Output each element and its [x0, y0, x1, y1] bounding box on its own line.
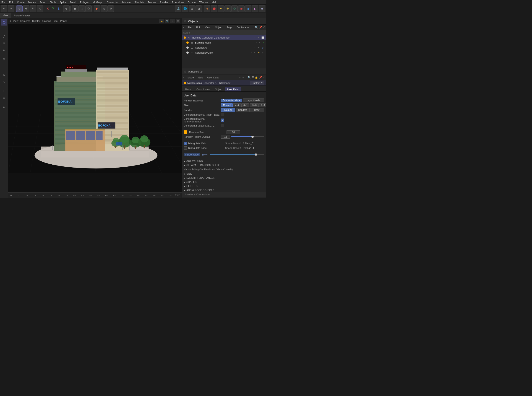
attr-nav-expand[interactable]: ⤢: [263, 76, 265, 79]
size-btn-8x8[interactable]: 8x8: [259, 103, 266, 107]
size-btn-12x6[interactable]: 12x6: [250, 103, 259, 107]
menu-edit[interactable]: Edit: [9, 1, 14, 4]
sidebar-object-mode[interactable]: ⬡: [1, 19, 7, 26]
obj-ctrl-check-1[interactable]: ✓: [253, 36, 256, 39]
attr-nav-forward[interactable]: →: [242, 76, 245, 79]
menu-modes[interactable]: Modes: [28, 1, 36, 4]
viewport-menu-cameras[interactable]: Cameras: [20, 20, 30, 22]
size-btn-4x4[interactable]: 4x4: [233, 103, 241, 107]
obj-ctrl-green-2[interactable]: ✓: [262, 41, 264, 44]
attr-nav-mode[interactable]: Mode: [186, 76, 195, 79]
sidebar-scale-tool[interactable]: ⤡: [1, 78, 7, 85]
objects-nav-menu-icon[interactable]: ≡: [183, 26, 184, 29]
viewport-menu-options[interactable]: Options: [42, 20, 51, 22]
random-btn-random[interactable]: Random: [236, 108, 250, 112]
inside-value-slider-handle[interactable]: [255, 153, 257, 156]
triangulate-main-checkbox[interactable]: ✓: [184, 142, 187, 145]
ads-roof-section[interactable]: ▶ ADS & ROOF OBJECTS: [182, 188, 266, 192]
timeline-tick-75[interactable]: 75: [126, 194, 134, 197]
timeline-tick-20[interactable]: 20: [39, 194, 47, 197]
menu-spline[interactable]: Spline: [59, 1, 67, 4]
menu-select[interactable]: Select: [39, 1, 47, 4]
attr-nav-menu-icon[interactable]: ≡: [183, 76, 184, 79]
grid-button[interactable]: ⊞: [189, 6, 195, 12]
obj-ctrl-check-2[interactable]: ✓: [254, 41, 258, 44]
snapping-button[interactable]: ⚓: [175, 6, 181, 12]
sidebar-edge-mode[interactable]: ╱: [1, 33, 7, 39]
axis-z-button[interactable]: Z: [56, 6, 61, 11]
redo-button[interactable]: ↪: [8, 6, 14, 12]
attr-tab-basic[interactable]: Basic: [183, 87, 194, 91]
render-region-button[interactable]: ◎: [100, 6, 107, 12]
timeline-tick-10[interactable]: 10: [23, 194, 30, 197]
tab-picture-viewer[interactable]: Picture Viewer: [11, 13, 33, 18]
objects-nav-object[interactable]: Object: [213, 26, 224, 29]
sidebar-text-tool[interactable]: A: [1, 56, 7, 62]
viewport-icon-lock[interactable]: 🔒: [159, 19, 164, 23]
sidebar-align-tool[interactable]: ⊟: [1, 94, 7, 101]
custom-dropdown[interactable]: Custom ▾: [250, 81, 264, 85]
octane-scatter-btn[interactable]: ✿: [231, 6, 238, 12]
select-tool-button[interactable]: ⊹: [16, 6, 23, 12]
timeline-tick-5[interactable]: 5: [15, 194, 23, 197]
attr-nav-userdata[interactable]: User Data: [206, 76, 220, 79]
obj-ctrl-dot-2[interactable]: ●: [258, 41, 261, 44]
sidebar-snap-tool[interactable]: ⊞: [1, 87, 7, 94]
viewport-icon-camera[interactable]: 📷: [165, 19, 169, 23]
random-seed-input[interactable]: [226, 130, 240, 134]
object-tool-3[interactable]: ⬡: [85, 6, 92, 12]
obj-ctrl-check-4[interactable]: ✓: [249, 51, 253, 54]
obj-ctrl-lock-1[interactable]: ⬜: [261, 36, 264, 39]
menu-mesh[interactable]: Mesh: [70, 1, 77, 4]
timeline-tick-45[interactable]: 45: [78, 194, 86, 197]
viewport-menu-icon[interactable]: ≡: [10, 19, 11, 23]
timeline-tick-80[interactable]: 80: [134, 194, 142, 197]
attr-tab-coordinates[interactable]: Coordinates: [194, 87, 212, 91]
inside-value-slider[interactable]: [210, 154, 264, 155]
attr-tab-userdata[interactable]: User Data: [225, 87, 241, 91]
menu-tracker[interactable]: Tracker: [147, 1, 157, 4]
heights-section[interactable]: ▶ HEIGHTS: [182, 184, 266, 188]
objects-nav-file[interactable]: File: [186, 26, 193, 29]
sidebar-move-tool[interactable]: ✛: [1, 65, 7, 71]
sidebar-polygon-mode[interactable]: ▱: [1, 40, 7, 46]
consistent-main-entrance-checkbox[interactable]: ✓: [221, 119, 224, 122]
object-row-octanesky[interactable]: ☁ OctaneSky ✓ ● ◑: [182, 45, 266, 50]
activations-section[interactable]: ▶ ACTIVATIONS: [182, 159, 266, 163]
mode-button[interactable]: ⊟: [195, 6, 202, 12]
obj-ctrl-dot-4[interactable]: ●: [253, 51, 256, 54]
size-section[interactable]: ▶ SIZE: [182, 172, 266, 176]
octane-ipr-btn[interactable]: ⬤: [211, 6, 217, 12]
objects-pin-icon[interactable]: 📌: [259, 26, 262, 29]
sidebar-point-mode[interactable]: ·: [1, 26, 7, 32]
objects-close-button[interactable]: ✕: [184, 20, 186, 23]
object-row-building-generator[interactable]: ⚙ Building Generator 2.0 @florenoir ✓ ● …: [182, 35, 266, 40]
object-row-building-mesh[interactable]: ▣ Building Mesh ✓ ● ✓: [182, 40, 266, 45]
random-height-slider[interactable]: [231, 136, 264, 137]
viewport[interactable]: ≡ View Cameras Display Options Filter Pa…: [8, 18, 182, 198]
menu-help[interactable]: Help: [212, 1, 218, 4]
attr-nav-lock[interactable]: 🔒: [255, 76, 258, 79]
timeline-tick-30[interactable]: 30: [54, 194, 63, 197]
splines-library-section[interactable]: ▶ SPLINES LIBRARY (SHAPES MAIN + BASE): [182, 197, 266, 198]
viewport-menu-view[interactable]: View: [13, 20, 18, 22]
menu-extensions[interactable]: Extensions: [171, 1, 184, 4]
timeline-tick-40[interactable]: 40: [71, 194, 78, 197]
tab-view[interactable]: View: [0, 13, 11, 18]
objects-expand-icon[interactable]: ⤢: [263, 26, 265, 29]
random-btn-manual[interactable]: Manual: [221, 108, 235, 112]
octane-setting3-btn[interactable]: ◆: [259, 6, 265, 12]
objects-nav-tags[interactable]: Tags: [225, 26, 233, 29]
timeline-tick-25[interactable]: 25: [47, 194, 54, 197]
connection-mode-button[interactable]: Connection Mode: [221, 99, 242, 102]
menu-polygon[interactable]: Polygon: [80, 1, 90, 4]
menu-character[interactable]: Character: [106, 1, 118, 4]
timeline-tick-35[interactable]: 35: [63, 194, 71, 197]
render-settings-button[interactable]: ⚙: [107, 6, 114, 12]
triangulate-base-checkbox[interactable]: [184, 146, 187, 150]
menu-mograph[interactable]: MoGraph: [92, 1, 104, 4]
objects-nav-edit[interactable]: Edit: [195, 26, 202, 29]
move-tool-button[interactable]: ✛: [23, 6, 30, 12]
attr-tab-object[interactable]: Object: [212, 87, 225, 91]
obj-ctrl-dot-1[interactable]: ●: [257, 36, 260, 39]
